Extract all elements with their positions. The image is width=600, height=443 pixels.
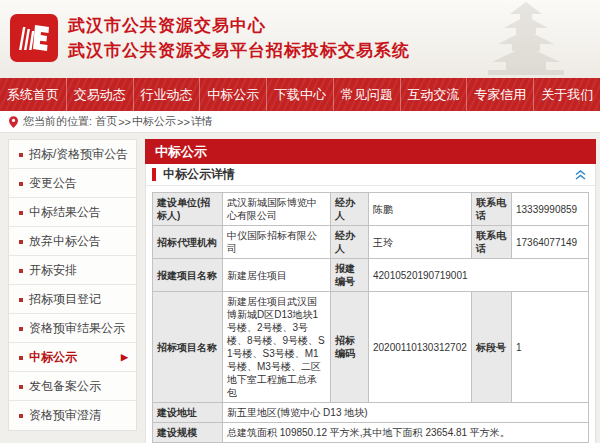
- bullet-icon: [19, 414, 23, 418]
- bullet-icon: [19, 269, 23, 273]
- site-title-line2: 武汉市公共资源交易平台招标投标交易系统: [68, 38, 410, 63]
- page-title: 中标公示: [145, 139, 596, 164]
- red-bar-icon: [152, 168, 156, 181]
- breadcrumb-link-home[interactable]: 首页: [95, 114, 117, 129]
- sidebar-item-change-notice[interactable]: 变更公告▶: [9, 169, 136, 198]
- field-label: 联系电话: [472, 226, 512, 259]
- field-label: 报建项目名称: [153, 259, 223, 292]
- collapse-icon[interactable]: [575, 170, 586, 180]
- sidebar-item-bid-result-notice[interactable]: 中标结果公告▶: [9, 198, 136, 227]
- breadcrumb-separator: >>: [177, 116, 190, 128]
- field-label: 经办人: [331, 226, 369, 259]
- detail-header: 中标公示详情: [146, 164, 595, 186]
- site-title-line1: 武汉市公共资源交易中心: [68, 13, 410, 38]
- field-value: 陈鹏: [369, 193, 472, 226]
- field-label: 建设规模: [153, 423, 223, 443]
- site-logo-icon[interactable]: [10, 14, 58, 62]
- field-label: 标段号: [472, 292, 512, 403]
- field-label: 招标项目名称: [153, 292, 223, 403]
- bullet-icon: [19, 327, 23, 331]
- sidebar-item-winning-bid-publicity[interactable]: 中标公示▶: [9, 343, 136, 372]
- table-row: 建设规模 总建筑面积 109850.12 平方米,其中地下面积 23654.81…: [153, 423, 589, 443]
- nav-item-winning-bid[interactable]: 中标公示: [199, 78, 266, 111]
- field-value: 20200110130312702: [369, 292, 472, 403]
- nav-item-downloads[interactable]: 下载中心: [266, 78, 333, 111]
- bullet-icon: [19, 385, 23, 389]
- bullet-icon: [19, 211, 23, 215]
- table-row: 建设单位(招标人) 武汉新城国际博览中心有限公司 经办人 陈鹏 联系电话 133…: [153, 193, 589, 226]
- sidebar-item-bid-opening-schedule[interactable]: 开标安排▶: [9, 256, 136, 285]
- page: 武汉市公共资源交易中心 武汉市公共资源交易平台招标投标交易系统 系统首页 交易动…: [0, 0, 600, 443]
- nav-item-interaction[interactable]: 互动交流: [400, 78, 467, 111]
- sidebar-item-prequal-result[interactable]: 资格预审结果公示▶: [9, 314, 136, 343]
- field-value: 新建居住项目: [223, 259, 331, 292]
- breadcrumb-link-winning-bid[interactable]: 中标公示: [132, 114, 176, 129]
- content-area: 招标/资格预审公告▶ 变更公告▶ 中标结果公告▶ 放弃中标公告▶ 开标安排▶ 招…: [0, 133, 600, 443]
- bullet-icon: [19, 356, 23, 360]
- field-label: 招标编码: [331, 292, 369, 403]
- table-row: 招标代理机构 中仪国际招标有限公司 经办人 王玲 联系电话 1736407714…: [153, 226, 589, 259]
- field-value: 1: [512, 292, 589, 403]
- sidebar: 招标/资格预审公告▶ 变更公告▶ 中标结果公告▶ 放弃中标公告▶ 开标安排▶ 招…: [8, 139, 137, 431]
- bullet-icon: [19, 182, 23, 186]
- site-header: 武汉市公共资源交易中心 武汉市公共资源交易平台招标投标交易系统: [0, 0, 600, 78]
- field-value: 王玲: [369, 226, 472, 259]
- field-value: 新建居住项目武汉国博新城D区D13地块1号楼、2号楼、3号楼、8号楼、9号楼、S…: [223, 292, 331, 403]
- nav-item-about[interactable]: 关于我们: [533, 78, 600, 111]
- field-label: 招标代理机构: [153, 226, 223, 259]
- field-label: 经办人: [331, 193, 369, 226]
- breadcrumb: 您当前的位置: 首页 >> 中标公示 >> 详情: [0, 111, 600, 133]
- field-value: 武汉新城国际博览中心有限公司: [223, 193, 331, 226]
- sidebar-item-tender-prequal-notice[interactable]: 招标/资格预审公告▶: [9, 140, 136, 169]
- field-value: 总建筑面积 109850.12 平方米,其中地下面积 23654.81 平方米。: [223, 423, 589, 443]
- field-label: 建设地址: [153, 403, 223, 423]
- breadcrumb-current: 详情: [191, 114, 213, 129]
- bullet-icon: [19, 240, 23, 244]
- sidebar-item-prequal-clarification[interactable]: 资格预审澄清▶: [9, 401, 136, 430]
- location-pin-icon: [9, 116, 18, 128]
- table-row: 建设地址 新五里地区(博览中心 D13 地块): [153, 403, 589, 423]
- table-row: 招标项目名称 新建居住项目武汉国博新城D区D13地块1号楼、2号楼、3号楼、8号…: [153, 292, 589, 403]
- nav-item-expert-credit[interactable]: 专家信用: [466, 78, 533, 111]
- field-label: 建设单位(招标人): [153, 193, 223, 226]
- field-value: 17364077149: [512, 226, 589, 259]
- main-panel: 中标公示 中标公示详情 建设单位(招标人) 武汉新城: [145, 139, 596, 443]
- field-value: 中仪国际招标有限公司: [223, 226, 331, 259]
- pagoda-watermark-icon: [480, 2, 572, 78]
- field-value: 新五里地区(博览中心 D13 地块): [223, 403, 589, 423]
- bullet-icon: [19, 153, 23, 157]
- nav-item-home[interactable]: 系统首页: [0, 78, 66, 111]
- field-label: 联系电话: [472, 193, 512, 226]
- bullet-icon: [19, 298, 23, 302]
- sidebar-item-abandon-bid-notice[interactable]: 放弃中标公告▶: [9, 227, 136, 256]
- sidebar-item-project-registration[interactable]: 招标项目登记▶: [9, 285, 136, 314]
- breadcrumb-separator: >>: [118, 116, 131, 128]
- detail-table: 建设单位(招标人) 武汉新城国际博览中心有限公司 经办人 陈鹏 联系电话 133…: [152, 192, 589, 443]
- breadcrumb-prefix: 您当前的位置:: [23, 114, 92, 129]
- nav-item-industry-news[interactable]: 行业动态: [133, 78, 200, 111]
- detail-title: 中标公示详情: [163, 166, 235, 183]
- field-label: 报建编号: [331, 259, 369, 292]
- table-row: 报建项目名称 新建居住项目 报建编号 42010520190719001: [153, 259, 589, 292]
- main-nav: 系统首页 交易动态 行业动态 中标公示 下载中心 常见问题 互动交流 专家信用 …: [0, 78, 600, 111]
- field-value: 42010520190719001: [369, 259, 589, 292]
- nav-item-trade-news[interactable]: 交易动态: [66, 78, 133, 111]
- field-value: 13339990859: [512, 193, 589, 226]
- nav-item-faq[interactable]: 常见问题: [333, 78, 400, 111]
- sidebar-item-contract-filing[interactable]: 发包备案公示▶: [9, 372, 136, 401]
- active-arrow-icon: ▶: [121, 343, 128, 371]
